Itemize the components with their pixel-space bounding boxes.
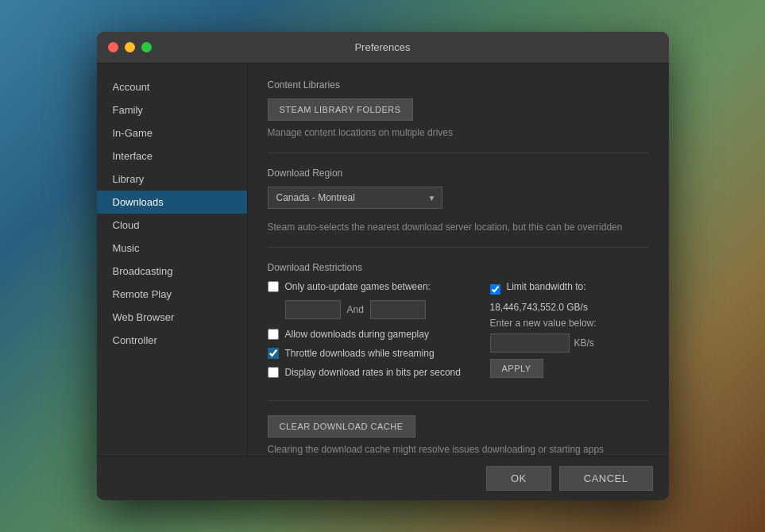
sidebar-item-web-browser[interactable]: Web Browser xyxy=(97,306,247,329)
cancel-button[interactable]: CANCEL xyxy=(559,466,653,491)
download-region-title: Download Region xyxy=(268,168,649,179)
cache-section: CLEAR DOWNLOAD CACHE Clearing the downlo… xyxy=(268,415,649,455)
allow-gameplay-label: Allow downloads during gameplay xyxy=(285,329,429,340)
main-panel: Content Libraries STEAM LIBRARY FOLDERS … xyxy=(248,64,669,456)
restrictions-left: Only auto-update games between: And Allo… xyxy=(268,281,466,386)
allow-gameplay-row: Allow downloads during gameplay xyxy=(268,329,466,340)
close-button[interactable] xyxy=(108,42,118,52)
bandwidth-hint: Enter a new value below: xyxy=(490,318,649,329)
download-region-desc: Steam auto-selects the nearest download … xyxy=(268,222,649,233)
content-libraries-title: Content Libraries xyxy=(268,79,649,91)
restrictions-right: Limit bandwidth to: 18,446,743,552.0 GB/… xyxy=(490,281,649,378)
divider-2 xyxy=(268,247,649,248)
divider-3 xyxy=(268,400,649,401)
apply-button[interactable]: APPLY xyxy=(490,359,543,378)
sidebar-item-interface[interactable]: Interface xyxy=(97,145,247,168)
display-bits-label: Display download rates in bits per secon… xyxy=(285,367,461,378)
divider-1 xyxy=(268,152,649,153)
sidebar: Account Family In-Game Interface Library… xyxy=(97,64,248,456)
preferences-window: Preferences Account Family In-Game Inter… xyxy=(97,32,669,500)
limit-bandwidth-checkbox[interactable] xyxy=(490,284,500,295)
download-restrictions-section: Download Restrictions Only auto-update g… xyxy=(268,262,649,386)
download-region-select[interactable]: Canada - Montreal United States - New Yo… xyxy=(268,187,442,209)
sidebar-item-controller[interactable]: Controller xyxy=(97,329,247,352)
window-body: Account Family In-Game Interface Library… xyxy=(97,64,669,456)
time-range-row: And xyxy=(285,300,466,319)
sidebar-item-library[interactable]: Library xyxy=(97,168,247,191)
maximize-button[interactable] xyxy=(141,42,152,52)
sidebar-item-music[interactable]: Music xyxy=(97,237,247,260)
throttle-streaming-label: Throttle downloads while streaming xyxy=(285,348,435,359)
sidebar-item-remote-play[interactable]: Remote Play xyxy=(97,283,247,306)
window-controls xyxy=(108,42,152,52)
display-bits-checkbox[interactable] xyxy=(268,367,279,378)
auto-update-label: Only auto-update games between: xyxy=(285,281,431,292)
allow-gameplay-checkbox[interactable] xyxy=(268,329,279,340)
content-libraries-section: Content Libraries STEAM LIBRARY FOLDERS … xyxy=(268,79,649,138)
download-region-select-wrapper: Canada - Montreal United States - New Yo… xyxy=(268,187,442,209)
restrictions-row: Only auto-update games between: And Allo… xyxy=(268,281,649,386)
steam-library-folders-button[interactable]: STEAM LIBRARY FOLDERS xyxy=(268,98,413,121)
auto-update-row: Only auto-update games between: xyxy=(268,281,466,292)
download-region-section: Download Region Canada - Montreal United… xyxy=(268,168,649,233)
sidebar-item-account[interactable]: Account xyxy=(97,75,247,98)
time-to-input[interactable] xyxy=(370,300,426,319)
display-bits-row: Display download rates in bits per secon… xyxy=(268,367,466,378)
bandwidth-input-row: KB/s xyxy=(490,333,649,353)
auto-update-checkbox[interactable] xyxy=(268,281,279,292)
sidebar-item-broadcasting[interactable]: Broadcasting xyxy=(97,260,247,283)
sidebar-item-cloud[interactable]: Cloud xyxy=(97,214,247,237)
limit-bandwidth-label: Limit bandwidth to: xyxy=(507,281,586,292)
download-restrictions-title: Download Restrictions xyxy=(268,262,649,273)
and-label: And xyxy=(347,304,364,315)
bandwidth-value: 18,446,743,552.0 GB/s xyxy=(490,302,649,313)
bandwidth-unit-label: KB/s xyxy=(574,337,594,349)
sidebar-item-family[interactable]: Family xyxy=(97,98,247,121)
throttle-streaming-row: Throttle downloads while streaming xyxy=(268,348,466,359)
sidebar-item-downloads[interactable]: Downloads xyxy=(97,191,247,214)
throttle-streaming-checkbox[interactable] xyxy=(268,348,279,359)
titlebar: Preferences xyxy=(97,32,669,64)
limit-bandwidth-row: Limit bandwidth to: xyxy=(490,281,649,297)
ok-button[interactable]: OK xyxy=(486,466,551,491)
content-libraries-desc: Manage content locations on multiple dri… xyxy=(268,127,649,138)
clear-cache-button[interactable]: CLEAR DOWNLOAD CACHE xyxy=(268,415,415,438)
sidebar-item-in-game[interactable]: In-Game xyxy=(97,121,247,145)
time-from-input[interactable] xyxy=(285,300,341,319)
footer: OK CANCEL xyxy=(97,456,669,500)
cache-desc: Clearing the download cache might resolv… xyxy=(268,444,649,455)
bandwidth-input[interactable] xyxy=(490,333,570,353)
minimize-button[interactable] xyxy=(125,42,135,52)
window-title: Preferences xyxy=(354,41,410,53)
